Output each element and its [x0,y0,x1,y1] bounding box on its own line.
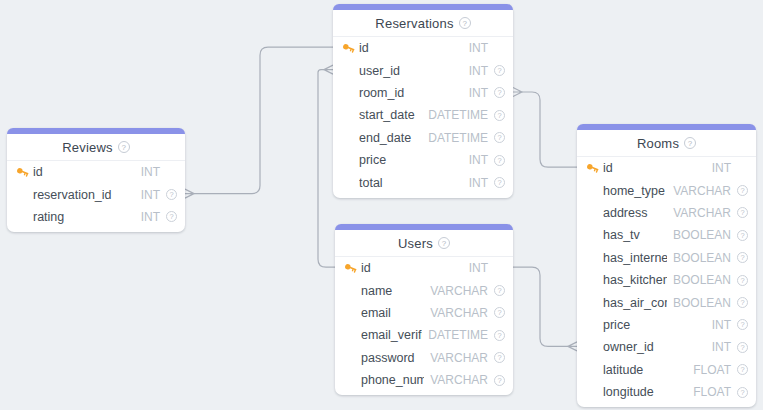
column-row-reservations-start_date[interactable]: start_date DATETIME ? [333,104,513,126]
connector-line[interactable] [522,92,577,167]
table-header[interactable]: Reservations ? [333,10,513,37]
column-row-rooms-has_tv[interactable]: has_tv BOOLEAN ? [577,224,756,246]
nullable-icon[interactable]: ? [494,330,505,341]
key-slot [344,262,361,275]
column-name: name [361,284,424,298]
nullable-icon[interactable]: ? [737,185,748,196]
nullable-icon[interactable]: ? [494,285,505,296]
column-name: password [361,351,424,365]
column-name: price [359,153,463,167]
nullable-icon[interactable]: ? [494,307,505,318]
table-help-icon[interactable]: ? [684,137,696,149]
column-row-reviews-reservation_id[interactable]: reservation_id INT ? [7,183,185,205]
table-title: Users [398,236,433,251]
column-row-rooms-id[interactable]: id INT [577,157,756,179]
nullable-icon[interactable]: ? [737,387,748,398]
column-row-users-email_verified_at[interactable]: email_verified_at DATETIME ? [335,324,513,346]
column-type: BOOLEAN [673,228,731,242]
column-row-rooms-longitude[interactable]: longitude FLOAT ? [577,381,756,403]
table-card-reviews[interactable]: Reviews ? id INT reservation_id INT ? ra… [7,128,185,232]
column-row-users-name[interactable]: name VARCHAR ? [335,279,513,301]
column-row-rooms-has_kitchen[interactable]: has_kitchen BOOLEAN ? [577,269,756,291]
nullable-icon[interactable]: ? [737,252,748,263]
nullable-icon[interactable]: ? [494,155,505,166]
table-header[interactable]: Users ? [335,230,513,257]
nullable-icon[interactable]: ? [494,87,505,98]
table-help-icon[interactable]: ? [118,141,130,153]
column-type: DATETIME [428,131,488,145]
column-row-rooms-address[interactable]: address VARCHAR ? [577,202,756,224]
nullable-icon[interactable]: ? [737,342,748,353]
relationship-connector-reservations-room_id[interactable] [513,88,577,168]
column-type: INT [469,41,488,55]
nullable-icon[interactable]: ? [737,297,748,308]
column-row-rooms-has_internet[interactable]: has_internet BOOLEAN ? [577,247,756,269]
table-rows: id INT name VARCHAR ? email VARCHAR ? em… [335,257,513,391]
key-slot [586,162,603,175]
column-row-reviews-rating[interactable]: rating INT ? [7,206,185,228]
primary-key-icon [344,262,357,275]
connector-line[interactable] [194,47,333,193]
table-card-reservations[interactable]: Reservations ? id INT user_id INT ? room… [333,4,513,198]
column-type: INT [141,188,160,202]
nullable-icon[interactable]: ? [166,211,177,222]
connector-line[interactable] [513,267,568,346]
column-row-rooms-has_air_con[interactable]: has_air_con BOOLEAN ? [577,291,756,313]
nullable-icon[interactable]: ? [494,177,505,188]
table-help-icon[interactable]: ? [438,237,450,249]
nullable-icon[interactable]: ? [494,132,505,143]
column-type: BOOLEAN [673,251,731,265]
column-row-users-password[interactable]: password VARCHAR ? [335,347,513,369]
column-name: home_type [603,184,667,198]
nullable-icon[interactable]: ? [737,230,748,241]
column-type: INT [141,165,160,179]
table-title: Reviews [62,140,113,155]
nullable-icon[interactable]: ? [494,110,505,121]
column-row-reservations-end_date[interactable]: end_date DATETIME ? [333,127,513,149]
table-header[interactable]: Rooms ? [577,130,756,157]
nullable-icon[interactable]: ? [737,364,748,375]
nullable-icon[interactable]: ? [166,189,177,200]
column-name: email [361,306,424,320]
column-row-reservations-price[interactable]: price INT ? [333,149,513,171]
nullable-icon[interactable]: ? [737,207,748,218]
relationship-connector-reviews-reservation_id[interactable] [185,47,333,198]
column-row-rooms-price[interactable]: price INT ? [577,314,756,336]
table-help-icon[interactable]: ? [459,17,471,29]
nullable-icon[interactable]: ? [737,319,748,330]
table-rows: id INT home_type VARCHAR ? address VARCH… [577,157,756,403]
column-name: reservation_id [33,188,135,202]
column-row-reservations-id[interactable]: id INT [333,37,513,59]
column-row-reservations-total[interactable]: total INT ? [333,171,513,193]
primary-key-icon [342,42,355,55]
nullable-icon[interactable]: ? [737,275,748,286]
key-slot [16,166,33,179]
nullable-icon[interactable]: ? [494,65,505,76]
column-name: id [361,261,463,275]
column-row-reservations-user_id[interactable]: user_id INT ? [333,59,513,81]
column-row-reservations-room_id[interactable]: room_id INT ? [333,82,513,104]
column-type: VARCHAR [673,184,731,198]
table-header[interactable]: Reviews ? [7,134,185,161]
table-title: Rooms [637,136,679,151]
table-card-rooms[interactable]: Rooms ? id INT home_type VARCHAR ? addre… [577,124,756,407]
column-row-rooms-owner_id[interactable]: owner_id INT ? [577,336,756,358]
nullable-icon[interactable]: ? [494,352,505,363]
column-row-rooms-home_type[interactable]: home_type VARCHAR ? [577,179,756,201]
crow-foot-many-marker [568,342,577,351]
column-name: id [33,165,135,179]
column-name: phone_number [361,373,424,387]
column-row-users-id[interactable]: id INT [335,257,513,279]
column-row-users-email[interactable]: email VARCHAR ? [335,302,513,324]
column-row-rooms-latitude[interactable]: latitude FLOAT ? [577,359,756,381]
table-card-users[interactable]: Users ? id INT name VARCHAR ? email VARC… [335,224,513,395]
column-type: INT [469,176,488,190]
relationship-connector-rooms-owner_id[interactable] [513,267,577,351]
column-row-users-phone_number[interactable]: phone_number VARCHAR ? [335,369,513,391]
column-row-reviews-id[interactable]: id INT [7,161,185,183]
column-type: INT [712,340,731,354]
nullable-icon[interactable]: ? [494,375,505,386]
column-name: has_tv [603,228,667,242]
column-name: address [603,206,667,220]
diagram-canvas[interactable]: Reservations ? id INT user_id INT ? room… [0,0,763,410]
